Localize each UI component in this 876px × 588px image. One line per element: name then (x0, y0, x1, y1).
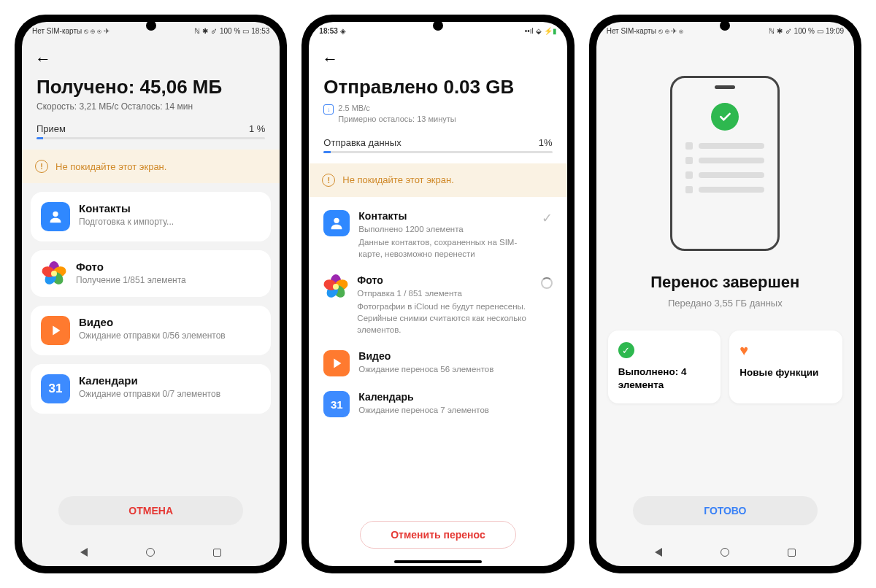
item-sub: Получение 1/851 элемента (76, 274, 261, 287)
item-sub: Подготовка к импорту... (79, 216, 261, 228)
screen-1: Нет SIM-карты⎋ ⊕ ◉ ✈ ℕ ✱ 🜚 100 % ▭ 18:53… (22, 22, 280, 566)
item-note: Фотографии в iCloud не будут перенесены.… (357, 301, 531, 336)
progress-label: Прием (36, 123, 66, 134)
item-title: Фото (76, 260, 261, 273)
page-title: Перенос завершен (596, 273, 854, 292)
progress-label: Отправка данных (323, 137, 401, 148)
cancel-button[interactable]: Отменить перенос (360, 521, 515, 549)
calendar-icon: 31 (323, 391, 350, 417)
progress-bar (36, 137, 265, 139)
battery-icon: ▭ (817, 27, 823, 35)
list-item: 31 Календари Ожидание отправки 0/7 элеме… (31, 364, 271, 414)
nav-back-icon[interactable] (80, 548, 88, 557)
summary-card-features[interactable]: ♥ Новые функции (729, 330, 842, 403)
list-item: Фото Получение 1/851 элемента (31, 250, 271, 297)
phone-frame-1: Нет SIM-карты⎋ ⊕ ◉ ✈ ℕ ✱ 🜚 100 % ▭ 18:53… (15, 15, 287, 573)
camera-notch (433, 20, 443, 31)
warning-icon: ! (35, 160, 48, 173)
progress-value: 1 % (249, 123, 265, 134)
battery-icon: ▭ (242, 27, 249, 35)
list-item: 31 Календарь Ожидание переноса 7 элемент… (320, 384, 555, 425)
status-icons-left: ⎋ ⊕ ✈ ⊛ (658, 27, 683, 35)
item-title: Видео (358, 350, 552, 362)
progress-value: 1% (539, 137, 553, 148)
nfc-icon: ℕ ✱ 🜚 (769, 27, 792, 35)
item-sub: Ожидание переноса 56 элементов (358, 363, 552, 375)
page-subtitle: Скорость: 3,21 МБ/с Осталось: 14 мин (36, 101, 265, 112)
warning-text: Не покидайте этот экран. (55, 161, 166, 172)
page-title: Получено: 45,06 МБ (36, 76, 265, 98)
item-title: Контакты (358, 210, 532, 222)
nav-bar (596, 538, 854, 566)
nfc-icon: ℕ ✱ 🜚 (194, 27, 218, 35)
home-indicator[interactable] (394, 560, 482, 563)
remaining-text: Примерно осталось: 13 минуты (338, 114, 456, 125)
cancel-button[interactable]: ОТМЕНА (58, 496, 243, 525)
contacts-icon (323, 210, 350, 236)
heart-icon: ♥ (739, 342, 832, 359)
contacts-icon (41, 202, 70, 231)
speed-icon: ↓ (323, 104, 334, 115)
nav-home-icon[interactable] (721, 548, 729, 557)
clock: 19:09 (826, 27, 844, 35)
spinner-icon (541, 277, 553, 289)
calendar-icon: 31 (41, 374, 70, 403)
item-note: Данные контактов, сохраненных на SIM-кар… (358, 236, 532, 260)
warning-text: Не покидайте этот экран. (342, 174, 453, 185)
item-title: Календарь (358, 391, 552, 403)
item-title: Календари (79, 374, 261, 387)
sim-status: Нет SIM-карты (32, 27, 82, 35)
item-title: Контакты (79, 202, 261, 214)
battery-percent: 100 % (220, 27, 240, 35)
battery-icon: ⚡▮ (544, 27, 557, 35)
list-item: Контакты Подготовка к импорту... (31, 192, 271, 241)
warning-icon: ! (322, 174, 335, 187)
video-icon (41, 316, 70, 345)
location-icon: ◈ (340, 27, 346, 35)
check-icon: ✓ (542, 210, 553, 226)
back-button[interactable]: ← (322, 50, 338, 68)
screen-2: 18:53 ◈ ••ıl ⬙ ⚡▮ ← Отправлено 0.03 GB ↓… (309, 22, 566, 566)
item-sub: Ожидание отправки 0/7 элементов (79, 388, 261, 401)
back-button[interactable]: ← (35, 50, 51, 68)
check-circle-icon (711, 103, 739, 131)
battery-percent: 100 % (794, 27, 815, 35)
item-sub: Отправка 1 / 851 элемента (357, 287, 531, 299)
list-item: Видео Ожидание отправки 0/56 элементов (31, 306, 271, 355)
screen-3: Нет SIM-карты⎋ ⊕ ✈ ⊛ ℕ ✱ 🜚 100 % ▭ 19:09… (596, 22, 854, 566)
nav-recent-icon[interactable] (788, 549, 796, 557)
camera-notch (146, 20, 156, 31)
gallery-icon (323, 274, 348, 299)
list-item: Контакты Выполнено 1200 элемента Данные … (320, 203, 555, 267)
warning-banner: ! Не покидайте этот экран. (22, 150, 280, 183)
done-button[interactable]: ГОТОВО (633, 496, 818, 525)
phone-frame-3: Нет SIM-карты⎋ ⊕ ✈ ⊛ ℕ ✱ 🜚 100 % ▭ 19:09… (589, 15, 861, 573)
item-sub: Ожидание отправки 0/56 элементов (79, 330, 261, 342)
sim-status: Нет SIM-карты (607, 27, 656, 35)
check-icon: ✓ (618, 342, 634, 358)
warning-banner: ! Не покидайте этот экран. (309, 163, 566, 197)
page-title: Отправлено 0.03 GB (323, 76, 552, 98)
card-text: Выполнено: 4 элемента (618, 365, 711, 392)
success-illustration (670, 76, 780, 251)
gallery-icon (41, 260, 67, 287)
phone-frame-2: 18:53 ◈ ••ıl ⬙ ⚡▮ ← Отправлено 0.03 GB ↓… (301, 15, 574, 573)
speed-text: 2.5 MB/c (338, 103, 456, 114)
svg-point-0 (53, 212, 58, 217)
nav-recent-icon[interactable] (213, 549, 221, 557)
item-sub: Ожидание переноса 7 элементов (358, 404, 552, 416)
item-title: Видео (79, 316, 261, 328)
item-sub: Выполнено 1200 элемента (358, 223, 532, 235)
summary-card-completed[interactable]: ✓ Выполнено: 4 элемента (608, 330, 721, 403)
nav-bar (22, 538, 280, 566)
svg-point-1 (334, 217, 339, 223)
list-item: Видео Ожидание переноса 56 элементов (320, 343, 555, 384)
clock: 18:53 (251, 27, 269, 35)
nav-back-icon[interactable] (655, 548, 662, 557)
status-icons-left: ⎋ ⊕ ◉ ✈ (84, 27, 109, 35)
page-subtitle: Передано 3,55 ГБ данных (596, 298, 854, 309)
nav-home-icon[interactable] (146, 548, 155, 557)
item-title: Фото (357, 274, 531, 286)
camera-notch (720, 20, 730, 31)
list-item: Фото Отправка 1 / 851 элемента Фотографи… (320, 267, 555, 343)
